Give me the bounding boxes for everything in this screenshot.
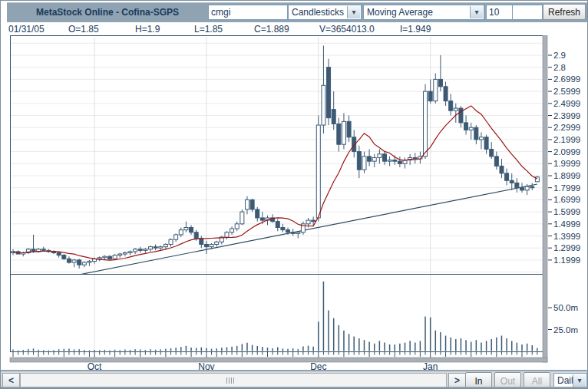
scrollbar-grip-icon[interactable] [226, 377, 236, 384]
svg-text:2.4999: 2.4999 [553, 99, 580, 108]
chart-type-dropdown[interactable]: Candlesticks ▾ [288, 5, 362, 20]
chevron-down-icon[interactable]: ▾ [573, 374, 586, 387]
status-high: H=1.9 [135, 24, 160, 35]
svg-text:2.2999: 2.2999 [553, 123, 580, 132]
zoom-all-button[interactable]: All [524, 372, 550, 388]
chevron-down-icon[interactable]: ▾ [470, 6, 483, 18]
status-volume: V=3654013.0 [319, 24, 375, 35]
svg-text:2.5999: 2.5999 [553, 87, 580, 96]
metastock-window: MetaStock Online - Cofina-SGPS Candlesti… [0, 0, 588, 389]
svg-text:1.9999: 1.9999 [553, 159, 580, 168]
chart-frame [10, 36, 543, 352]
scrollbar-track[interactable] [20, 373, 447, 387]
svg-text:1.4999: 1.4999 [553, 219, 580, 229]
svg-text:1.1999: 1.1999 [553, 255, 580, 265]
chart-type-value: Candlesticks [292, 7, 344, 18]
svg-text:25.0m: 25.0m [553, 325, 578, 335]
svg-text:1.6999: 1.6999 [553, 195, 580, 204]
status-indicator: I=1.949 [400, 24, 431, 35]
moving-average-line [13, 106, 537, 260]
chevron-left-icon: < [8, 375, 14, 386]
status-close: C=1.889 [254, 24, 289, 35]
chevron-right-icon: > [454, 375, 460, 386]
svg-text:2.9: 2.9 [553, 51, 566, 60]
svg-text:2.8: 2.8 [553, 63, 566, 72]
svg-text:1.3999: 1.3999 [553, 232, 580, 241]
axis-divider-vertical [543, 35, 547, 362]
indicator-value: Moving Average [367, 7, 433, 18]
status-bar: 01/31/05 O=1.85 H=1.9 L=1.85 C=1.889 V=3… [1, 22, 588, 35]
status-open: O=1.85 [68, 24, 99, 35]
periodicity-dropdown[interactable]: Daily ▾ [553, 373, 587, 388]
svg-text:1.5999: 1.5999 [553, 207, 580, 216]
price-volume-chart[interactable]: 2.92.82.69992.59992.49992.39992.29992.19… [1, 35, 588, 374]
symbol-input[interactable] [208, 5, 288, 20]
status-low: L=1.85 [194, 24, 223, 35]
svg-text:2.0999: 2.0999 [553, 147, 580, 157]
period-input[interactable] [486, 5, 514, 20]
period-input-2[interactable] [512, 5, 543, 20]
status-date: 01/31/05 [8, 24, 45, 35]
svg-text:2.6999: 2.6999 [553, 74, 580, 84]
svg-text:1.7999: 1.7999 [553, 183, 580, 193]
chevron-down-icon[interactable]: ▾ [347, 6, 360, 18]
svg-text:50.0m: 50.0m [553, 303, 578, 312]
toolbar: MetaStock Online - Cofina-SGPS Candlesti… [1, 1, 588, 22]
window-title: MetaStock Online - Cofina-SGPS [7, 2, 208, 22]
refresh-button[interactable]: Refresh [543, 4, 586, 20]
svg-text:2.3999: 2.3999 [553, 111, 580, 120]
svg-text:1.2999: 1.2999 [553, 243, 580, 252]
gridlines [11, 37, 543, 351]
svg-text:1.8999: 1.8999 [553, 171, 580, 180]
svg-text:2.1999: 2.1999 [553, 135, 580, 144]
indicator-dropdown[interactable]: Moving Average ▾ [363, 5, 484, 20]
volume-bars [13, 282, 537, 351]
zoom-out-button[interactable]: Out [494, 372, 521, 388]
zoom-in-button[interactable]: In [465, 372, 492, 388]
